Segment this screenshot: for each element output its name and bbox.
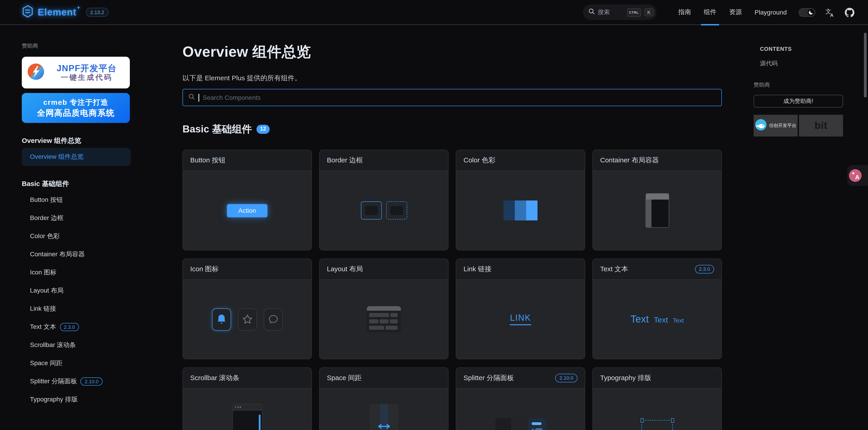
demo-container	[645, 193, 669, 228]
sponsor-tile-label: 信创开发平台	[769, 123, 796, 129]
page-title: Overview 组件总览	[183, 42, 722, 62]
sparkle-icon: ✦	[851, 170, 855, 176]
version-pill-badge: 2.10.0	[81, 377, 102, 386]
demo-text-samples: TextTextText	[630, 313, 684, 325]
sidebar-item-label: Color 色彩	[30, 232, 60, 240]
brand-name: Element	[38, 7, 76, 17]
nav-search-label: 搜索	[598, 8, 623, 16]
demo-icons	[212, 308, 283, 330]
card-title: Space 间距	[327, 374, 362, 383]
sidebar-item-space[interactable]: Space 间距	[22, 354, 131, 372]
component-grid: Button 按钮ActionBorder 边框Color 色彩Containe…	[183, 150, 722, 430]
sidebar-item-container[interactable]: Container 布局容器	[22, 245, 131, 264]
nav-tools: 文 A	[799, 7, 855, 17]
nav-link-指南[interactable]: 指南	[672, 0, 697, 25]
sidebar-item-button[interactable]: Button 按钮	[22, 191, 131, 209]
demo-space	[370, 404, 398, 430]
jnpf-logo-icon	[27, 63, 44, 82]
component-card-typography[interactable]: Typography 排版Aa	[592, 367, 722, 430]
version-pill-badge: 2.3.0	[60, 323, 79, 331]
sidebar-item-color[interactable]: Color 色彩	[22, 227, 131, 245]
component-card-border[interactable]: Border 边框	[319, 150, 448, 251]
component-card-splitter[interactable]: Splitter 分隔面板2.10.0	[456, 367, 585, 430]
sidebar-item-border[interactable]: Border 边框	[22, 209, 131, 227]
component-card-scrollbar[interactable]: Scrollbar 滚动条	[183, 367, 312, 430]
ai-translate-floating-button[interactable]: ✦ A	[849, 169, 862, 182]
section-title: Basic 基础组件	[183, 123, 252, 136]
sidebar-item-overview[interactable]: Overview 组件总览	[22, 148, 131, 166]
nav-link-Playground[interactable]: Playground	[748, 0, 793, 25]
sidebar-group-title: Overview 组件总览	[22, 136, 163, 145]
jnpf-ad-line2: 一键生成代码	[48, 73, 125, 81]
nav-link-资源[interactable]: 资源	[723, 0, 748, 25]
key-ctrl: CTRL	[627, 8, 641, 16]
moon-icon	[808, 9, 814, 15]
theme-toggle[interactable]	[799, 8, 815, 16]
translate-icon[interactable]: 文 A	[825, 7, 835, 17]
card-title: Container 布局容器	[600, 156, 659, 165]
sidebar-sponsor-label: 赞助商	[22, 42, 163, 50]
sidebar-item-label: Icon 图标	[30, 268, 57, 277]
bit-logo: bit	[815, 120, 828, 132]
demo-typography: Aa	[640, 418, 674, 430]
demo-scrollbar-window	[232, 404, 262, 430]
crmeb-ad-line1: crmeb 专注于打造	[43, 98, 108, 107]
sidebar-item-splitter[interactable]: Splitter 分隔面板2.10.0	[22, 372, 131, 391]
demo-splitter	[495, 418, 546, 430]
component-card-space[interactable]: Space 间距	[319, 367, 448, 430]
letter-a-icon: A	[855, 174, 859, 180]
demo-action-button[interactable]: Action	[227, 204, 268, 217]
nav-search-button[interactable]: 搜索 CTRL K	[583, 4, 656, 20]
sidebar-item-typography[interactable]: Typography 排版	[22, 391, 131, 409]
component-card-text[interactable]: Text 文本2.3.0TextTextText	[592, 259, 722, 359]
card-title: Layout 布局	[327, 265, 363, 273]
card-title: Icon 图标	[190, 265, 219, 273]
section-count-badge: 12	[256, 125, 270, 134]
component-card-container[interactable]: Container 布局容器	[592, 150, 722, 251]
sidebar-item-layout[interactable]: Layout 布局	[22, 282, 131, 300]
demo-link[interactable]: LINK	[510, 313, 531, 326]
sidebar-item-label: Scrollbar 滚动条	[30, 341, 76, 349]
component-search-input[interactable]	[203, 94, 716, 101]
sponsor-tile-xinchuang[interactable]: 信创开发平台	[753, 115, 798, 136]
component-card-color[interactable]: Color 色彩	[456, 150, 585, 251]
github-icon[interactable]	[845, 7, 855, 17]
version-pill-badge: 2.3.0	[695, 265, 714, 273]
sidebar-item-text[interactable]: Text 文本2.3.0	[22, 318, 131, 336]
component-search-box	[183, 89, 722, 106]
toc-item-source-code[interactable]: 源代码	[753, 59, 843, 68]
demo-border	[361, 201, 407, 220]
contents-label: CONTENTS	[753, 46, 843, 52]
component-card-button[interactable]: Button 按钮Action	[183, 150, 312, 251]
sidebar: 赞助商 JNPF开发平台 一键生成代码 crmeb 专注于打造 全网高品质	[0, 25, 163, 430]
fish-logo-icon	[755, 119, 767, 132]
sidebar-item-label: Space 间距	[30, 359, 62, 367]
demo-color-swatches	[503, 200, 537, 221]
nav-link-组件[interactable]: 组件	[697, 0, 723, 25]
component-card-link[interactable]: Link 链接LINK	[456, 259, 585, 359]
component-card-icon[interactable]: Icon 图标	[183, 259, 312, 359]
section-heading: Basic 基础组件 12	[183, 123, 722, 136]
sidebar-item-label: Container 布局容器	[30, 251, 85, 259]
element-plus-logo-icon	[22, 5, 34, 20]
navbar: Element+ 2.13.2 搜索 CTRL K 指南组件资源Playgrou…	[0, 0, 868, 25]
brand-logo[interactable]: Element+	[22, 5, 80, 20]
sponsor-ad-jnpf[interactable]: JNPF开发平台 一键生成代码	[22, 57, 130, 89]
svg-text:A: A	[830, 12, 834, 17]
page-scrollbar-thumb[interactable]	[864, 33, 867, 98]
component-card-layout[interactable]: Layout 布局	[319, 259, 448, 359]
sidebar-item-label: Text 文本	[30, 323, 56, 331]
version-badge[interactable]: 2.13.2	[86, 8, 109, 17]
sponsor-tile-bit[interactable]: bit	[799, 115, 843, 136]
demo-layout	[367, 306, 401, 332]
sponsor-ad-crmeb[interactable]: crmeb 专注于打造 全网高品质电商系统	[22, 93, 130, 123]
sidebar-item-icon[interactable]: Icon 图标	[22, 264, 131, 282]
sidebar-item-link[interactable]: Link 链接	[22, 300, 131, 318]
sidebar-item-scrollbar[interactable]: Scrollbar 滚动条	[22, 336, 131, 354]
jnpf-ad-line1: JNPF开发平台	[48, 64, 125, 73]
scrollbar-thumb	[259, 415, 260, 430]
become-sponsor-button[interactable]: 成为赞助商!	[753, 95, 843, 107]
key-k: K	[644, 8, 654, 16]
sidebar-item-label: Typography 排版	[30, 396, 78, 404]
crmeb-ad-line2: 全网高品质电商系统	[37, 107, 115, 119]
